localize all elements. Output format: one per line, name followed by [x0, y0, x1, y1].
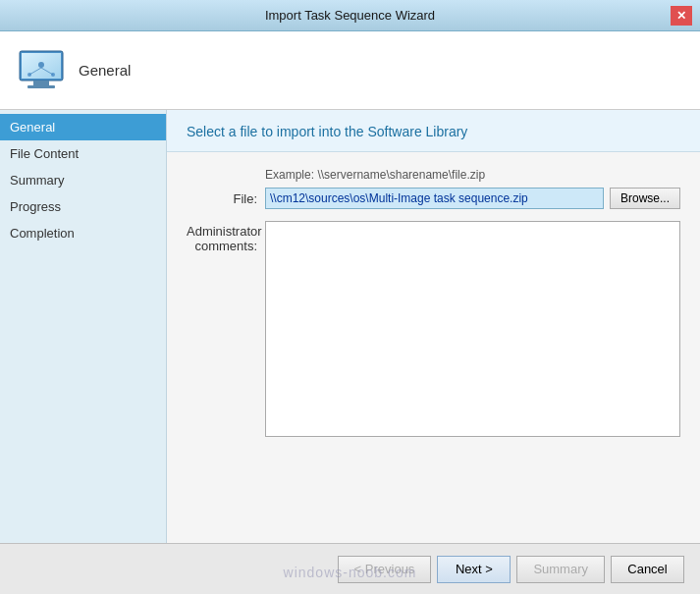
header: General [0, 31, 700, 110]
file-label: File: [187, 191, 265, 206]
title-bar: Import Task Sequence Wizard ✕ [0, 0, 700, 31]
comments-textarea[interactable] [265, 221, 680, 437]
footer: < Previous Next > Summary Cancel [0, 543, 700, 594]
svg-point-5 [38, 62, 44, 68]
comments-label: Administratorcomments: [187, 221, 265, 253]
svg-point-8 [27, 73, 31, 77]
next-button[interactable]: Next > [437, 556, 511, 583]
close-button[interactable]: ✕ [671, 6, 692, 26]
sidebar-item-file-content[interactable]: File Content [0, 140, 166, 167]
content-panel: Select a file to import into the Softwar… [167, 110, 700, 543]
file-input[interactable] [265, 188, 604, 209]
comments-row: Administratorcomments: [187, 221, 680, 437]
sidebar-item-completion[interactable]: Completion [0, 220, 166, 246]
sidebar-item-general[interactable]: General [0, 114, 166, 140]
example-label: Example: [265, 168, 314, 182]
header-title: General [79, 62, 131, 79]
main-area: General File Content Summary Progress Co… [0, 110, 700, 543]
svg-rect-3 [33, 81, 49, 85]
content-body: Example: \\servername\sharename\file.zip… [167, 152, 700, 543]
sidebar-item-summary[interactable]: Summary [0, 167, 166, 193]
sidebar-item-progress[interactable]: Progress [0, 193, 166, 220]
browse-button[interactable]: Browse... [610, 188, 680, 209]
content-header: Select a file to import into the Softwar… [167, 110, 700, 152]
example-text: Example: \\servername\sharename\file.zip [265, 168, 680, 182]
cancel-button[interactable]: Cancel [611, 556, 684, 583]
sidebar: General File Content Summary Progress Co… [0, 110, 167, 543]
computer-icon [16, 45, 67, 96]
svg-point-9 [51, 73, 55, 77]
previous-button[interactable]: < Previous [338, 556, 432, 583]
example-value: \\servername\sharename\file.zip [317, 168, 485, 182]
content-heading: Select a file to import into the Softwar… [187, 124, 680, 139]
file-row: File: Browse... [187, 188, 680, 209]
summary-button[interactable]: Summary [516, 556, 605, 583]
svg-rect-4 [27, 85, 55, 88]
window-title: Import Task Sequence Wizard [29, 8, 671, 23]
